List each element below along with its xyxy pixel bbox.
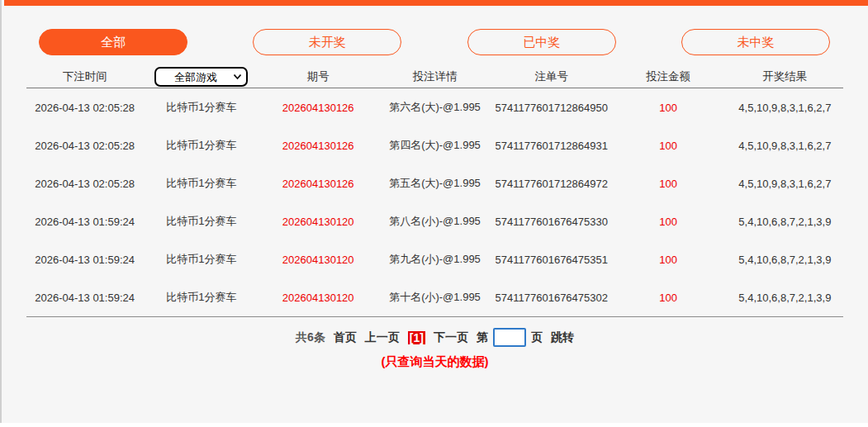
bet-detail-cell: 第五名(大)-@1.995 (377, 176, 493, 191)
bet-amount-cell: 100 (609, 178, 726, 190)
issue-number-cell: 202604130126 (260, 178, 377, 190)
draw-result-cell: 4,5,10,9,8,3,1,6,2,7 (727, 102, 843, 114)
issue-number-cell: 202604130120 (260, 254, 377, 266)
order-number-cell: 5741177601712864931 (493, 140, 609, 152)
prev-page-link[interactable]: 上一页 (365, 330, 400, 345)
top-accent-bar (4, 0, 868, 6)
pagination: 共6条 首页 上一页 [1] 下一页 第 页 跳转 (2, 328, 868, 347)
current-page-indicator[interactable]: [1] (408, 331, 425, 344)
table-body: 2026-04-13 02:05:28比特币1分赛车202604130126第六… (26, 88, 843, 317)
header-issue-number: 期号 (260, 69, 377, 84)
issue-number-cell: 202604130120 (260, 216, 377, 228)
table-header-row: 下注时间 全部游戏 期号 投注详情 注单号 投注金额 开奖结果 (26, 66, 843, 88)
bet-detail-cell: 第八名(小)-@1.995 (377, 214, 493, 229)
table-row: 2026-04-13 02:05:28比特币1分赛车202604130126第六… (26, 88, 843, 126)
draw-result-cell: 5,4,10,6,8,7,2,1,3,9 (727, 292, 843, 304)
game-name-cell: 比特币1分赛车 (143, 290, 259, 305)
records-panel: 全部 未开奖 已中奖 未中奖 下注时间 全部游戏 期号 投注详情 注单号 投注金… (0, 0, 868, 423)
draw-result-cell: 4,5,10,9,8,3,1,6,2,7 (727, 140, 843, 152)
header-game-filter: 全部游戏 (143, 67, 259, 87)
page-prefix-label: 第 (477, 330, 488, 345)
header-draw-result: 开奖结果 (727, 69, 843, 84)
bet-records-table: 下注时间 全部游戏 期号 投注详情 注单号 投注金额 开奖结果 2026-04-… (26, 66, 843, 317)
table-row: 2026-04-13 02:05:28比特币1分赛车202604130126第五… (26, 164, 843, 202)
jump-button[interactable]: 跳转 (551, 330, 574, 345)
issue-number-cell: 202604130126 (260, 102, 377, 114)
table-row: 2026-04-13 01:59:24比特币1分赛车202604130120第八… (26, 202, 843, 240)
bet-time-cell: 2026-04-13 02:05:28 (26, 102, 143, 114)
order-number-cell: 5741177601712864950 (493, 102, 609, 114)
page-number-input[interactable] (493, 328, 526, 347)
today-only-note: (只查询当天的数据) (2, 354, 868, 370)
bet-amount-cell: 100 (609, 102, 726, 114)
draw-result-cell: 4,5,10,9,8,3,1,6,2,7 (727, 178, 843, 190)
order-number-cell: 5741177601676475302 (493, 292, 609, 304)
bet-time-cell: 2026-04-13 01:59:24 (26, 254, 143, 266)
filter-undrawn-button[interactable]: 未开奖 (253, 29, 401, 55)
header-bet-amount: 投注金额 (609, 69, 726, 84)
draw-result-cell: 5,4,10,6,8,7,2,1,3,9 (727, 216, 843, 228)
game-name-cell: 比特币1分赛车 (143, 252, 259, 267)
game-filter-select[interactable]: 全部游戏 (154, 67, 248, 87)
first-page-link[interactable]: 首页 (334, 330, 357, 345)
table-row: 2026-04-13 01:59:24比特币1分赛车202604130120第九… (26, 240, 843, 278)
bet-time-cell: 2026-04-13 02:05:28 (26, 140, 143, 152)
header-order-number: 注单号 (493, 69, 609, 84)
bet-amount-cell: 100 (609, 292, 726, 304)
bet-detail-cell: 第十名(小)-@1.995 (377, 290, 493, 305)
page-suffix-label: 页 (531, 330, 543, 345)
next-page-link[interactable]: 下一页 (434, 330, 468, 345)
table-row: 2026-04-13 02:05:28比特币1分赛车202604130126第四… (26, 126, 843, 164)
bet-amount-cell: 100 (609, 254, 726, 266)
filter-tabs: 全部 未开奖 已中奖 未中奖 (2, 29, 868, 55)
total-count-label: 共6条 (296, 330, 325, 345)
filter-lost-button[interactable]: 未中奖 (681, 29, 830, 55)
bet-time-cell: 2026-04-13 01:59:24 (26, 292, 143, 304)
header-bet-time: 下注时间 (26, 69, 143, 84)
filter-won-button[interactable]: 已中奖 (467, 29, 616, 55)
order-number-cell: 5741177601676475330 (493, 216, 609, 228)
bet-detail-cell: 第六名(大)-@1.995 (377, 100, 493, 115)
draw-result-cell: 5,4,10,6,8,7,2,1,3,9 (727, 254, 843, 266)
bet-time-cell: 2026-04-13 01:59:24 (26, 216, 143, 228)
game-name-cell: 比特币1分赛车 (143, 100, 259, 115)
issue-number-cell: 202604130126 (260, 140, 377, 152)
game-name-cell: 比特币1分赛车 (143, 214, 259, 229)
bet-amount-cell: 100 (609, 216, 726, 228)
bet-detail-cell: 第九名(小)-@1.995 (377, 252, 493, 267)
bet-amount-cell: 100 (609, 140, 726, 152)
order-number-cell: 5741177601676475351 (493, 254, 609, 266)
filter-all-button[interactable]: 全部 (39, 29, 187, 55)
game-name-cell: 比特币1分赛车 (143, 176, 259, 191)
bet-time-cell: 2026-04-13 02:05:28 (26, 178, 143, 190)
issue-number-cell: 202604130120 (260, 292, 377, 304)
page-jump-group: 第 页 (477, 328, 543, 347)
order-number-cell: 5741177601712864972 (493, 178, 609, 190)
bet-detail-cell: 第四名(大)-@1.995 (377, 138, 493, 153)
game-name-cell: 比特币1分赛车 (143, 138, 259, 153)
table-row: 2026-04-13 01:59:24比特币1分赛车202604130120第十… (26, 278, 843, 316)
header-bet-detail: 投注详情 (377, 69, 493, 84)
